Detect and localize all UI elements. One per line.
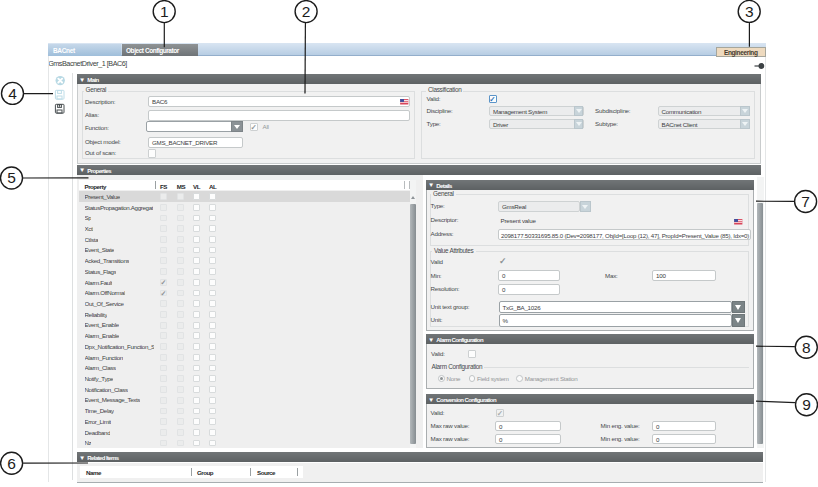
svg-text:9: 9 <box>802 396 811 413</box>
svg-text:3: 3 <box>745 3 754 20</box>
svg-text:2: 2 <box>302 3 311 20</box>
svg-text:4: 4 <box>8 85 17 102</box>
svg-text:1: 1 <box>160 3 169 20</box>
svg-text:6: 6 <box>7 455 16 472</box>
svg-text:8: 8 <box>802 339 811 356</box>
svg-text:5: 5 <box>7 169 16 186</box>
svg-text:7: 7 <box>801 193 810 210</box>
